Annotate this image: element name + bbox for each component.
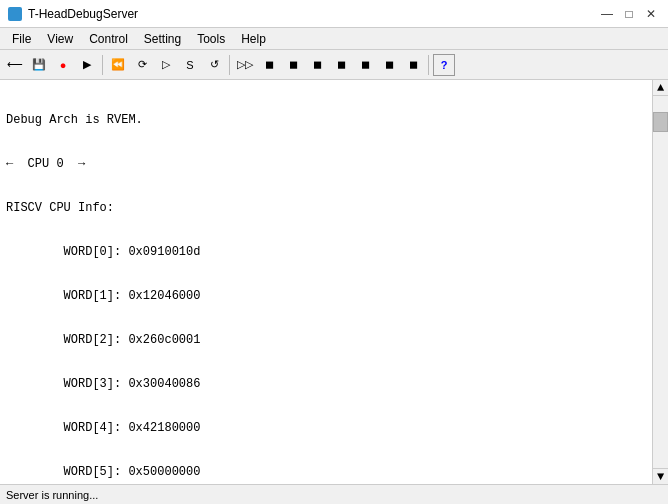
title-bar: T-HeadDebugServer — □ ✕ <box>0 0 668 28</box>
toolbar-btn-7[interactable]: ◼ <box>258 54 280 76</box>
output-line-word1: WORD[1]: 0x12046000 <box>6 288 646 304</box>
toolbar: ⟵ 💾 ● ▶ ⏪ ⟳ ▷ S ↺ ▷▷ ◼ ◼ ◼ ◼ ◼ ◼ ◼ ? <box>0 50 668 80</box>
main-area: Debug Arch is RVEM. ← CPU 0 → RISCV CPU … <box>0 80 668 484</box>
toolbar-btn-back[interactable]: ⟵ <box>4 54 26 76</box>
toolbar-btn-11[interactable]: ◼ <box>354 54 376 76</box>
output-line-cpu-nav: ← CPU 0 → <box>6 156 646 172</box>
scrollbar-thumb[interactable] <box>653 112 668 132</box>
status-bar: Server is running... <box>0 484 668 504</box>
toolbar-btn-2[interactable]: ⟳ <box>131 54 153 76</box>
toolbar-btn-10[interactable]: ◼ <box>330 54 352 76</box>
toolbar-separator-1 <box>102 55 103 75</box>
toolbar-btn-13[interactable]: ◼ <box>402 54 424 76</box>
output-line-word0: WORD[0]: 0x0910010d <box>6 244 646 260</box>
scrollbar-up-arrow[interactable]: ▲ <box>653 80 668 96</box>
menu-bar: File View Control Setting Tools Help <box>0 28 668 50</box>
output-line-word5: WORD[5]: 0x50000000 <box>6 464 646 480</box>
toolbar-btn-help[interactable]: ? <box>433 54 455 76</box>
output-line-riscv-title: RISCV CPU Info: <box>6 200 646 216</box>
toolbar-separator-2 <box>229 55 230 75</box>
close-button[interactable]: ✕ <box>642 5 660 23</box>
toolbar-btn-save[interactable]: 💾 <box>28 54 50 76</box>
status-text: Server is running... <box>6 489 98 501</box>
menu-file[interactable]: File <box>4 30 39 48</box>
output-line-word3: WORD[3]: 0x30040086 <box>6 376 646 392</box>
toolbar-btn-stop[interactable]: ● <box>52 54 74 76</box>
toolbar-btn-run[interactable]: ▶ <box>76 54 98 76</box>
toolbar-btn-9[interactable]: ◼ <box>306 54 328 76</box>
title-bar-left: T-HeadDebugServer <box>8 7 138 21</box>
title-bar-controls: — □ ✕ <box>598 5 660 23</box>
output-line-word2: WORD[2]: 0x260c0001 <box>6 332 646 348</box>
app-icon <box>8 7 22 21</box>
menu-setting[interactable]: Setting <box>136 30 189 48</box>
output-line-word4: WORD[4]: 0x42180000 <box>6 420 646 436</box>
vertical-scrollbar[interactable]: ▲ ▼ <box>652 80 668 484</box>
window-title: T-HeadDebugServer <box>28 7 138 21</box>
menu-help[interactable]: Help <box>233 30 274 48</box>
toolbar-btn-8[interactable]: ◼ <box>282 54 304 76</box>
menu-control[interactable]: Control <box>81 30 136 48</box>
output-line-debug-arch: Debug Arch is RVEM. <box>6 112 646 128</box>
toolbar-btn-5[interactable]: ↺ <box>203 54 225 76</box>
menu-view[interactable]: View <box>39 30 81 48</box>
toolbar-btn-12[interactable]: ◼ <box>378 54 400 76</box>
toolbar-btn-6[interactable]: ▷▷ <box>234 54 256 76</box>
toolbar-btn-1[interactable]: ⏪ <box>107 54 129 76</box>
toolbar-btn-3[interactable]: ▷ <box>155 54 177 76</box>
toolbar-btn-4[interactable]: S <box>179 54 201 76</box>
minimize-button[interactable]: — <box>598 5 616 23</box>
menu-tools[interactable]: Tools <box>189 30 233 48</box>
scrollbar-down-arrow[interactable]: ▼ <box>653 468 668 484</box>
output-area[interactable]: Debug Arch is RVEM. ← CPU 0 → RISCV CPU … <box>0 80 652 484</box>
maximize-button[interactable]: □ <box>620 5 638 23</box>
toolbar-separator-3 <box>428 55 429 75</box>
